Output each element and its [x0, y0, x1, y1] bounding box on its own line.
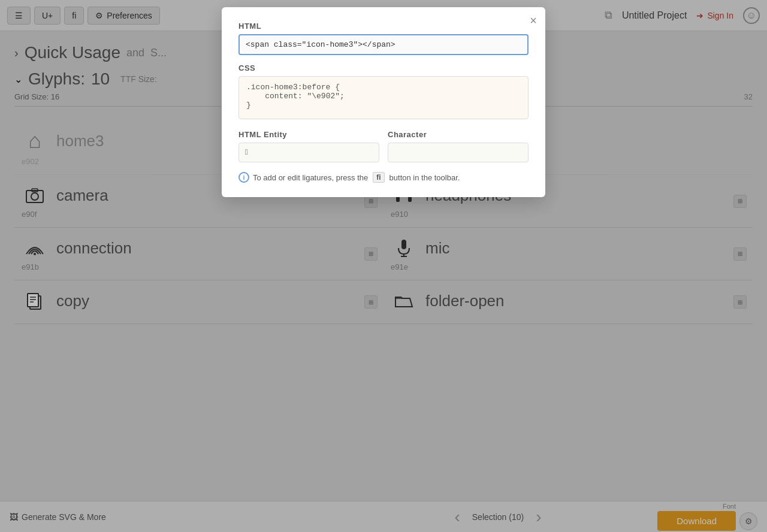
info-icon: i: [238, 172, 249, 183]
info-text-before: To add or edit ligatures, press the: [253, 173, 368, 182]
modal-entity-col: HTML Entity: [238, 130, 379, 162]
modal-entity-char-row: HTML Entity Character: [238, 130, 529, 162]
modal-overlay[interactable]: × HTML CSS .icon-home3:before { content:…: [0, 0, 767, 532]
modal-css-label: CSS: [238, 64, 529, 72]
modal-close-button[interactable]: ×: [530, 14, 537, 26]
modal-html-label: HTML: [238, 22, 529, 31]
info-text-after: button in the toolbar.: [389, 173, 460, 182]
glyph-info-modal: × HTML CSS .icon-home3:before { content:…: [222, 7, 545, 197]
modal-info-row: i To add or edit ligatures, press the fi…: [238, 172, 529, 183]
modal-entity-label: HTML Entity: [238, 130, 379, 139]
modal-css-textarea[interactable]: .icon-home3:before { content: "\e902"; }: [238, 76, 529, 119]
modal-character-col: Character: [388, 130, 529, 162]
modal-character-label: Character: [388, 130, 529, 139]
modal-character-input[interactable]: [388, 143, 529, 162]
fi-badge: fi: [373, 172, 384, 183]
modal-entity-input[interactable]: [238, 143, 379, 162]
modal-html-input[interactable]: [238, 34, 529, 55]
